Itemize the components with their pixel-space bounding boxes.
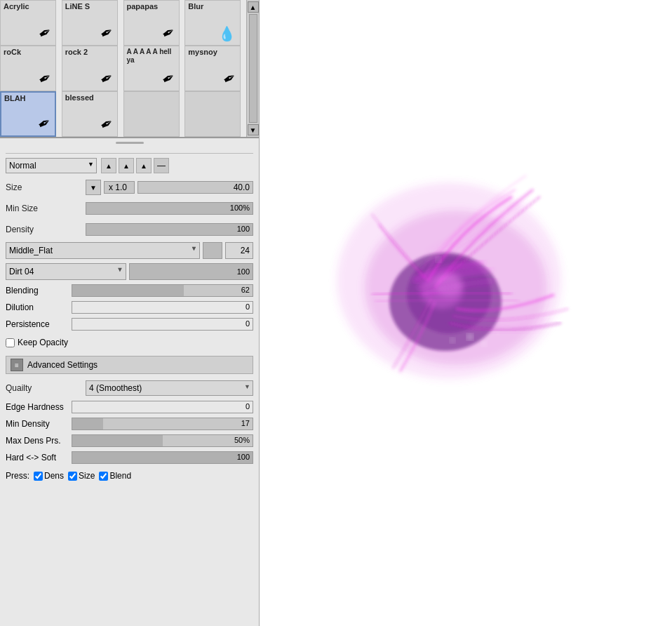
dilution-row: Dilution 0 xyxy=(6,301,253,314)
texture-fill xyxy=(130,264,253,279)
brush-cell-blur[interactable]: Blur 💧 xyxy=(184,0,241,46)
quality-row: Quailty 4 (Smoothest) ▼ xyxy=(6,380,253,397)
blending-row: Blending 62 xyxy=(6,284,253,297)
brush-label-mysnoy: mysnoy xyxy=(188,48,217,56)
press-size-checkbox[interactable] xyxy=(68,472,77,481)
size-label: Size xyxy=(6,182,83,192)
blending-label: Blending xyxy=(6,286,69,295)
brush-label-rock: roCk xyxy=(4,48,21,56)
max-dens-prs-fill xyxy=(72,435,163,446)
persistence-row: Persistence 0 xyxy=(6,318,253,331)
blending-value: 62 xyxy=(241,286,250,294)
density-label: Density xyxy=(6,225,83,234)
dilution-label: Dilution xyxy=(6,302,69,312)
canvas-area[interactable] xyxy=(260,0,672,626)
divider-line xyxy=(116,142,144,144)
max-dens-prs-row: Max Dens Prs. 50% xyxy=(6,434,253,447)
blending-slider[interactable]: 62 xyxy=(72,284,253,297)
blend-mode-row: Normal ▼ ▲ ▲ ▲ — xyxy=(6,153,253,173)
min-density-fill xyxy=(72,418,103,429)
brush-stroke-svg xyxy=(316,140,582,407)
edge-hardness-value: 0 xyxy=(246,402,250,411)
scroll-up-button[interactable]: ▲ xyxy=(248,1,259,13)
density-slider[interactable]: 100 xyxy=(86,223,253,236)
brush-grid: Acrylic ✒ LiNE S ✒ papapas ✒ Blur 💧 roCk… xyxy=(0,0,259,138)
arrow-btn-3[interactable]: ▲ xyxy=(136,158,152,173)
brush-label-blessed: blessed xyxy=(65,93,94,102)
press-size-item: Size xyxy=(68,471,95,481)
arrow-btn-1[interactable]: ▲ xyxy=(101,158,116,173)
texture-select[interactable]: Dirt 04 xyxy=(6,263,126,280)
min-size-row: Min Size 100% xyxy=(6,200,253,217)
brush-shape-select[interactable]: Middle_Flat xyxy=(6,242,200,259)
texture-slider[interactable]: 100 xyxy=(129,263,254,280)
brush-cell-papapas[interactable]: papapas ✒ xyxy=(123,0,180,46)
svg-point-13 xyxy=(450,338,455,342)
quality-wrap: 4 (Smoothest) ▼ xyxy=(86,380,253,396)
arrow-btn-2[interactable]: ▲ xyxy=(119,158,134,173)
texture-row: Dirt 04 ▼ 100 xyxy=(6,263,253,280)
brush-cell-mysnoy[interactable]: mysnoy ✒ xyxy=(184,46,241,91)
size-value: 40.0 xyxy=(234,182,250,192)
brush-cell-empty2 xyxy=(184,91,241,137)
press-dens-item: Dens xyxy=(34,471,64,481)
hard-soft-value: 100 xyxy=(237,453,250,461)
dilution-value: 0 xyxy=(246,302,250,311)
blend-mode-select[interactable]: Normal xyxy=(6,158,97,173)
press-label: Press: xyxy=(6,471,29,481)
dilution-slider[interactable]: 0 xyxy=(72,301,253,314)
scroll-down-button[interactable]: ▼ xyxy=(248,124,259,135)
brush-label-rock2: rock 2 xyxy=(65,48,88,56)
press-blend-label: Blend xyxy=(109,471,131,481)
brush-label-blah: BLAH xyxy=(4,94,26,102)
brush-shape-color xyxy=(203,242,222,259)
hard-soft-slider[interactable]: 100 xyxy=(72,451,253,464)
brush-cell-blessed[interactable]: blessed ✒ xyxy=(62,91,118,137)
brush-cell-empty1 xyxy=(123,91,180,137)
size-multiplier: x 1.0 xyxy=(104,181,135,194)
brush-cell-acrylic[interactable]: Acrylic ✒ xyxy=(0,0,56,46)
min-density-slider[interactable]: 17 xyxy=(72,418,253,430)
brush-cell-aaaaa[interactable]: A A A A A hell ya ✒ xyxy=(123,46,180,91)
persistence-slider[interactable]: 0 xyxy=(72,318,253,331)
keep-opacity-checkbox[interactable] xyxy=(6,338,15,347)
svg-point-15 xyxy=(504,209,506,212)
blend-arrows: ▲ ▲ ▲ — xyxy=(101,158,169,173)
max-dens-prs-slider[interactable]: 50% xyxy=(72,434,253,447)
quality-select[interactable]: 4 (Smoothest) xyxy=(86,380,253,396)
quality-label: Quailty xyxy=(6,383,83,393)
edge-hardness-slider[interactable]: 0 xyxy=(72,401,253,413)
min-size-label: Min Size xyxy=(6,204,83,213)
size-row: Size ▼ x 1.0 40.0 xyxy=(6,179,253,196)
brush-cell-rock[interactable]: roCk ✒ xyxy=(0,46,56,91)
advanced-settings-header[interactable]: ≡ Advanced Settings xyxy=(6,356,253,374)
persistence-value: 0 xyxy=(246,319,250,328)
min-size-slider[interactable]: 100% xyxy=(86,202,253,215)
press-blend-checkbox[interactable] xyxy=(99,472,108,481)
density-fill xyxy=(86,224,253,235)
min-density-label: Min Density xyxy=(6,419,69,429)
press-row: Press: Dens Size Blend xyxy=(6,471,253,481)
blending-fill xyxy=(72,285,184,296)
press-dens-checkbox[interactable] xyxy=(34,472,43,481)
svg-point-14 xyxy=(436,258,441,262)
svg-point-9 xyxy=(435,272,463,297)
svg-point-10 xyxy=(467,334,473,340)
min-size-value: 100% xyxy=(230,204,250,212)
brush-shape-row: Middle_Flat ▼ 24 xyxy=(6,242,253,259)
max-dens-prs-value: 50% xyxy=(234,436,250,444)
svg-point-11 xyxy=(482,342,486,346)
brush-cell-rock2[interactable]: rock 2 ✒ xyxy=(62,46,118,91)
texture-value: 100 xyxy=(237,267,250,276)
brush-label-blur: Blur xyxy=(188,2,203,11)
max-dens-prs-label: Max Dens Prs. xyxy=(6,436,69,446)
brush-scrollbar: ▲ ▼ xyxy=(246,0,259,137)
brush-cell-lines[interactable]: LiNE S ✒ xyxy=(62,0,118,46)
persistence-label: Persistence xyxy=(6,319,69,329)
press-dens-label: Dens xyxy=(44,471,64,481)
brush-shape-value: 24 xyxy=(225,242,253,259)
brush-cell-blah[interactable]: BLAH ✒ xyxy=(0,91,56,137)
advanced-icon: ≡ xyxy=(11,359,23,371)
size-dropdown[interactable]: ▼ xyxy=(86,180,101,195)
hard-soft-row: Hard <-> Soft 100 xyxy=(6,451,253,464)
